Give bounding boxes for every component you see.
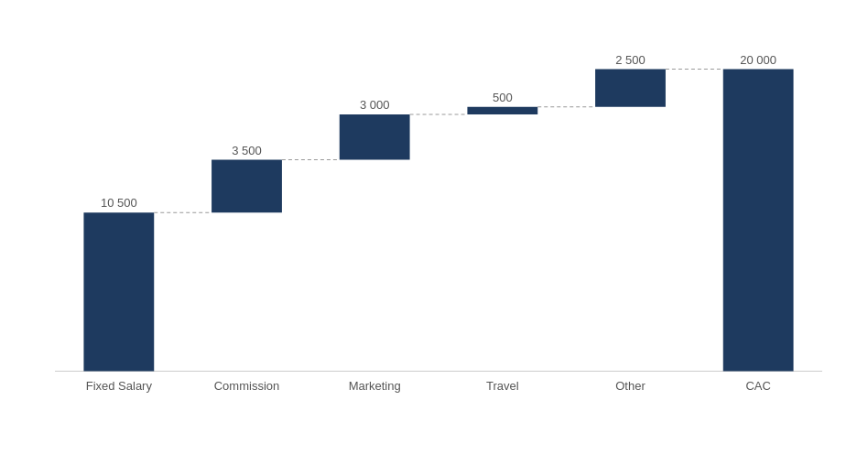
svg-text:3 000: 3 000 <box>360 98 390 112</box>
chart-area: 10 500Fixed Salary3 500Commission3 000Ma… <box>0 26 868 465</box>
waterfall-chart: 10 500Fixed Salary3 500Commission3 000Ma… <box>27 35 841 415</box>
svg-rect-1 <box>83 212 154 371</box>
svg-rect-13 <box>467 107 537 114</box>
svg-text:Travel: Travel <box>486 379 519 393</box>
svg-text:CAC: CAC <box>745 379 770 393</box>
svg-rect-17 <box>595 70 666 107</box>
svg-text:Fixed Salary: Fixed Salary <box>86 379 153 393</box>
svg-text:10 500: 10 500 <box>101 196 137 210</box>
svg-text:Other: Other <box>615 379 646 393</box>
svg-text:3 500: 3 500 <box>232 144 262 157</box>
svg-rect-21 <box>723 70 794 372</box>
svg-rect-9 <box>340 114 410 160</box>
svg-text:2 500: 2 500 <box>615 53 646 67</box>
svg-text:20 000: 20 000 <box>740 53 776 67</box>
svg-rect-5 <box>212 160 282 213</box>
svg-text:Marketing: Marketing <box>349 379 401 393</box>
chart-container: 10 500Fixed Salary3 500Commission3 000Ma… <box>0 0 868 465</box>
svg-text:Commission: Commission <box>214 379 280 393</box>
svg-text:500: 500 <box>493 91 513 104</box>
